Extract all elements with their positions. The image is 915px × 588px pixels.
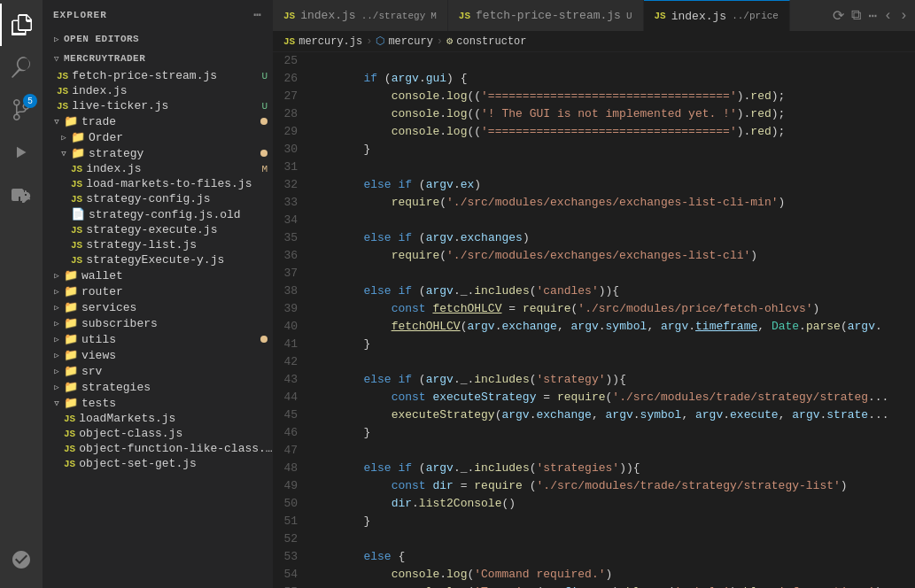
folder-wallet[interactable]: ▷ 📁 wallet (43, 267, 273, 283)
folder-strategies[interactable]: ▷ 📁 strategies (43, 379, 273, 395)
folder-label: trade (81, 115, 260, 128)
folder-views[interactable]: ▷ 📁 views (43, 347, 273, 363)
forward-icon[interactable]: › (899, 8, 908, 24)
folder-icon: 📁 (64, 332, 78, 346)
remote-icon[interactable] (0, 538, 43, 581)
folder-icon: 📁 (64, 268, 78, 282)
source-control-icon[interactable]: 5 (0, 89, 43, 131)
file-load-markets-js[interactable]: JS loadMarkets.js (43, 411, 273, 426)
js-icon: JS (64, 459, 75, 469)
extensions-icon[interactable] (0, 174, 43, 216)
folder-label: strategy (89, 147, 260, 160)
js-icon: JS (64, 444, 75, 454)
file-live-ticker[interactable]: JS live-ticker.js U (43, 98, 273, 113)
run-icon[interactable] (0, 131, 43, 174)
code-content[interactable]: if (argv.gui) { console.log(('==========… (308, 52, 915, 588)
breadcrumb: JS mercury.js › ⬡ mercury › ⚙ constructo… (273, 31, 915, 52)
file-label: object-class.js (79, 427, 273, 440)
modified-badge: M (261, 164, 268, 174)
file-strategy-config[interactable]: JS strategy-config.js (43, 191, 273, 206)
folder-icon: 📁 (64, 364, 78, 378)
code-line-49: const dir = require ('./src/modules/trad… (308, 477, 901, 495)
folder-icon: 📁 (64, 284, 78, 298)
folder-chevron: ▷ (50, 364, 64, 378)
folder-chevron: ▽ (50, 396, 64, 410)
activity-bar: 5 (0, 0, 43, 588)
tab-path: ../strategy (361, 11, 426, 21)
mercruytrader-section[interactable]: ▽ MERCRUYTRADER (43, 49, 273, 68)
breadcrumb-file[interactable]: mercury.js (299, 35, 362, 48)
code-line-36: require('./src/modules/exchanges/exchang… (308, 247, 901, 265)
file-fetch-price-stream[interactable]: JS fetch-price-stream.js U (43, 68, 273, 83)
split-icon[interactable]: ⧉ (851, 7, 861, 24)
file-index-strategy[interactable]: JS index.js M (43, 161, 273, 176)
file-object-class[interactable]: JS object-class.js (43, 426, 273, 441)
file-index-root[interactable]: JS index.js (43, 83, 273, 98)
folder-router[interactable]: ▷ 📁 router (43, 283, 273, 299)
file-object-function[interactable]: JS object-function-like-class.js (43, 441, 273, 456)
files-icon[interactable] (0, 4, 43, 46)
main-editor: JS index.js ../strategy M JS fetch-price… (273, 0, 915, 588)
folder-icon: 📁 (64, 348, 78, 362)
code-line-37 (308, 265, 901, 282)
tab-fetch-price-stream[interactable]: JS fetch-price-stream.js U (448, 0, 644, 31)
folder-tests[interactable]: ▽ 📁 tests (43, 395, 273, 411)
code-line-28: console.log(('! The GUI is not implement… (308, 105, 901, 123)
breadcrumb-method[interactable]: constructor (456, 35, 526, 48)
code-line-39: const fetchOHLCV = require('./src/module… (308, 300, 901, 318)
back-icon[interactable]: ‹ (884, 8, 893, 24)
folder-order[interactable]: ▷ 📁 Order (43, 129, 273, 145)
file-strategy-execute-y[interactable]: JS strategyExecute-y.js (43, 252, 273, 267)
file-label: strategy-config.js.old (89, 208, 273, 221)
folder-trade[interactable]: ▽ 📁 trade (43, 113, 273, 129)
js-icon: JS (57, 71, 68, 81)
folder-icon: 📁 (71, 146, 85, 160)
sidebar-title: EXPLORER (53, 10, 107, 20)
js-icon: JS (64, 429, 75, 439)
search-icon[interactable] (0, 46, 43, 89)
breadcrumb-class[interactable]: mercury (388, 35, 432, 48)
folder-chevron: ▷ (50, 284, 64, 298)
new-file-icon[interactable]: ⋯ (254, 7, 262, 22)
file-load-markets[interactable]: JS load-markets-to-files.js (43, 176, 273, 191)
code-line-26: if (argv.gui) { (308, 70, 901, 88)
modified-dot (260, 150, 268, 157)
file-strategy-config-old[interactable]: 📄 strategy-config.js.old (43, 206, 273, 222)
folder-srv[interactable]: ▷ 📁 srv (43, 363, 273, 379)
folder-chevron: ▷ (50, 268, 64, 282)
folder-strategy[interactable]: ▽ 📁 strategy (43, 145, 273, 161)
file-strategy-list[interactable]: JS strategy-list.js (43, 237, 273, 252)
generic-icon: 📄 (71, 207, 85, 221)
js-icon: JS (71, 164, 82, 174)
js-icon: JS (71, 194, 82, 205)
code-line-27: console.log(('==========================… (308, 88, 901, 105)
line-numbers: 25 26 27 28 29 30 31 32 33 34 35 36 37 3… (273, 52, 308, 588)
folder-label: tests (81, 397, 273, 410)
file-label: fetch-price-stream.js (72, 69, 261, 82)
tab-index-price[interactable]: JS index.js ../price (644, 0, 790, 31)
modified-dot (260, 336, 268, 343)
file-strategy-execute[interactable]: JS strategy-execute.js (43, 222, 273, 237)
file-object-set-get[interactable]: JS object-set-get.js (43, 456, 273, 471)
folder-chevron: ▷ (50, 300, 64, 314)
file-label: strategy-list.js (86, 238, 273, 251)
folder-chevron: ▷ (50, 316, 64, 330)
tab-index-strategy[interactable]: JS index.js ../strategy M (273, 0, 448, 31)
open-editors-section[interactable]: ▷ OPEN EDITORS (43, 29, 273, 49)
ellipsis-icon[interactable]: ⋯ (868, 7, 877, 25)
folder-services[interactable]: ▷ 📁 services (43, 299, 273, 315)
folder-icon: 📁 (71, 130, 85, 144)
breadcrumb-sep: › (366, 35, 372, 48)
folder-utils[interactable]: ▷ 📁 utils (43, 331, 273, 347)
tab-js-icon: JS (459, 11, 470, 21)
folder-label: utils (81, 333, 260, 346)
history-icon[interactable]: ⟳ (833, 7, 844, 25)
code-line-29: console.log(('==========================… (308, 123, 901, 141)
tab-bar: JS index.js ../strategy M JS fetch-price… (273, 0, 915, 31)
folder-subscribers[interactable]: ▷ 📁 subscribers (43, 315, 273, 331)
folder-chevron: ▷ (50, 380, 64, 394)
folder-icon: 📁 (64, 380, 78, 394)
code-line-32: else if (argv.ex) (308, 176, 901, 194)
js-icon: JS (57, 101, 68, 112)
folder-icon: 📁 (64, 114, 78, 128)
